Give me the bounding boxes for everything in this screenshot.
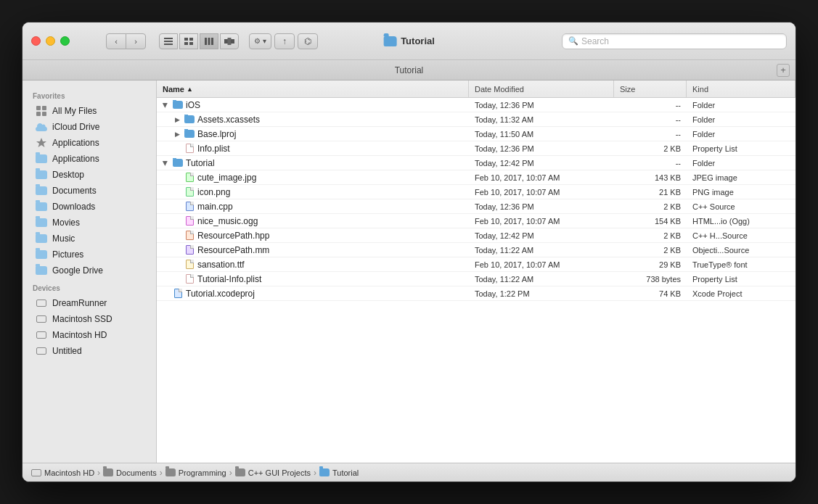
back-button[interactable]: ‹ (106, 33, 126, 49)
file-icon (184, 260, 195, 270)
forward-button[interactable]: › (126, 33, 146, 49)
sidebar-item-all-my-files[interactable]: All My Files (25, 103, 153, 119)
window-title: Tutorial (401, 36, 435, 46)
search-bar[interactable]: 🔍 Search (562, 33, 787, 49)
file-size: 2 KB (614, 231, 687, 240)
table-row[interactable]: ▶ Tutorial Today, 12:42 PM -- Folder (157, 156, 795, 170)
untitled-icon (36, 345, 47, 357)
tab-bar: Tutorial + (23, 60, 795, 80)
sidebar-item-music[interactable]: Music (25, 231, 153, 247)
sidebar-item-google-drive[interactable]: Google Drive (25, 263, 153, 278)
file-size: -- (614, 101, 687, 110)
file-size: -- (614, 115, 687, 124)
sidebar-item-movies[interactable]: Movies (25, 215, 153, 231)
table-row[interactable]: sansation.ttf Feb 10, 2017, 10:07 AM 29 … (157, 257, 795, 272)
file-name-cell: Tutorial-Info.plist (157, 274, 469, 284)
disclosure-open[interactable]: ▶ (161, 101, 170, 110)
maximize-button[interactable] (60, 36, 70, 46)
pictures-icon (36, 249, 47, 260)
sidebar-item-applications-2[interactable]: Applications (25, 151, 153, 167)
arrange-button[interactable]: ⚙ ▾ (249, 33, 271, 49)
icloud-icon (36, 121, 47, 133)
svg-rect-2 (164, 44, 173, 45)
breadcrumb-item[interactable]: Tutorial (319, 468, 359, 477)
breadcrumb-separator: › (160, 468, 163, 478)
sidebar-item-pictures[interactable]: Pictures (25, 247, 153, 263)
table-row[interactable]: ▶ iOS Today, 12:36 PM -- Folder (157, 98, 795, 112)
sidebar-item-macintosh-ssd[interactable]: Macintosh SSD (25, 311, 153, 327)
file-name: Tutorial.xcodeproj (186, 289, 255, 299)
sidebar-label: Downloads (52, 202, 95, 212)
devices-section-title: Devices (23, 278, 156, 295)
dreamrunner-icon (36, 297, 47, 309)
file-kind: Objecti...Source (687, 246, 795, 255)
col-name[interactable]: Name ▲ (157, 80, 469, 97)
file-name: Info.plist (197, 144, 230, 154)
minimize-button[interactable] (46, 36, 55, 46)
file-date: Today, 12:36 PM (469, 101, 614, 110)
no-disclosure (173, 188, 181, 197)
table-row[interactable]: icon.png Feb 10, 2017, 10:07 AM 21 KB PN… (157, 185, 795, 199)
table-row[interactable]: cute_image.jpg Feb 10, 2017, 10:07 AM 14… (157, 170, 795, 185)
table-row[interactable]: main.cpp Today, 12:36 PM 2 KB C++ Source (157, 199, 795, 214)
table-row[interactable]: Tutorial-Info.plist Today, 11:22 AM 738 … (157, 272, 795, 286)
share-button[interactable]: ↑ (274, 33, 295, 49)
breadcrumb-item[interactable]: C++ GUI Projects (235, 468, 311, 477)
sidebar-item-dreamrunner[interactable]: DreamRunner (25, 295, 153, 311)
no-disclosure (173, 246, 181, 255)
table-row[interactable]: Tutorial.xcodeproj Today, 1:22 PM 74 KB … (157, 286, 795, 301)
file-size: 21 KB (614, 188, 687, 197)
file-name-cell: ResourcePath.mm (157, 245, 469, 255)
table-row[interactable]: Info.plist Today, 12:36 PM 2 KB Property… (157, 141, 795, 156)
breadcrumb-item[interactable]: Documents (103, 468, 157, 477)
table-row[interactable]: ResourcePath.hpp Today, 12:42 PM 2 KB C+… (157, 228, 795, 243)
file-date: Today, 12:42 PM (469, 159, 614, 168)
file-icon (184, 129, 195, 139)
sidebar-item-downloads[interactable]: Downloads (25, 199, 153, 215)
table-row[interactable]: ResourcePath.mm Today, 11:22 AM 2 KB Obj… (157, 243, 795, 257)
file-date: Today, 11:50 AM (469, 130, 614, 139)
disclosure-closed[interactable]: ▶ (173, 130, 181, 139)
view-icon-btn[interactable] (179, 33, 198, 49)
search-icon: 🔍 (568, 36, 578, 46)
breadcrumb-item[interactable]: Programming (165, 468, 226, 477)
file-name: Tutorial (186, 158, 215, 168)
table-row[interactable]: nice_music.ogg Feb 10, 2017, 10:07 AM 15… (157, 214, 795, 228)
column-headers: Name ▲ Date Modified Size Kind (157, 80, 795, 98)
sidebar-item-macintosh-hd[interactable]: Macintosh HD (25, 327, 153, 343)
table-row[interactable]: ▶ Base.lproj Today, 11:50 AM -- Folder (157, 127, 795, 141)
file-date: Today, 12:42 PM (469, 231, 614, 240)
view-column-btn[interactable] (200, 33, 218, 49)
breadcrumb-label: Programming (179, 468, 226, 477)
tab-label: Tutorial (395, 65, 424, 75)
file-icon (184, 231, 195, 241)
file-name: sansation.ttf (197, 260, 245, 270)
sidebar-label: Music (52, 234, 75, 244)
sidebar-label: Macintosh HD (52, 330, 107, 340)
file-date: Feb 10, 2017, 10:07 AM (469, 217, 614, 226)
sidebar-item-applications-1[interactable]: Applications (25, 135, 153, 151)
disclosure-open[interactable]: ▶ (161, 159, 170, 168)
breadcrumb-item[interactable]: Macintosh HD (31, 468, 94, 477)
sidebar-item-icloud-drive[interactable]: iCloud Drive (25, 119, 153, 135)
col-size[interactable]: Size (614, 80, 687, 97)
sidebar-label: Movies (52, 218, 80, 228)
sidebar-item-untitled[interactable]: Untitled (25, 343, 153, 359)
close-button[interactable] (31, 36, 41, 46)
bonjour-button[interactable]: ⌬ (298, 33, 318, 49)
no-disclosure (173, 260, 181, 269)
add-tab-button[interactable]: + (777, 64, 790, 77)
col-date[interactable]: Date Modified (469, 80, 614, 97)
col-kind[interactable]: Kind (687, 80, 795, 97)
disclosure-closed[interactable]: ▶ (173, 115, 181, 124)
view-cover-btn[interactable] (220, 33, 239, 49)
file-name-cell: cute_image.jpg (157, 173, 469, 183)
sidebar-item-documents[interactable]: Documents (25, 183, 153, 199)
svg-rect-5 (184, 42, 188, 45)
sidebar-label: All My Files (52, 106, 97, 116)
sidebar-item-desktop[interactable]: Desktop (25, 167, 153, 183)
table-row[interactable]: ▶ Assets.xcassets Today, 11:32 AM -- Fol… (157, 112, 795, 127)
view-list-btn[interactable] (159, 33, 178, 49)
svg-rect-12 (231, 39, 234, 44)
file-icon (184, 115, 195, 125)
